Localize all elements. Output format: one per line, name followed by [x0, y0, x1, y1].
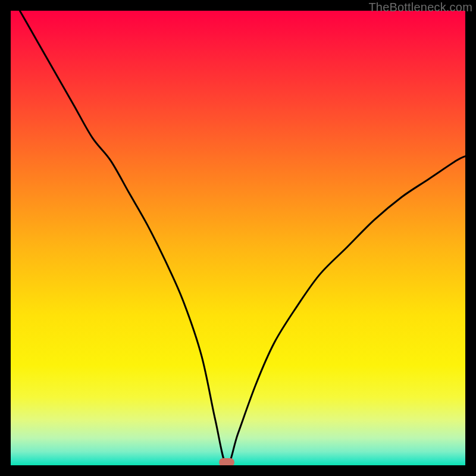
chart-frame: TheBottleneck.com	[0, 0, 476, 476]
watermark-text: TheBottleneck.com	[368, 1, 472, 14]
bottleneck-curve	[11, 11, 465, 465]
plot-area	[11, 11, 465, 465]
optimal-point-marker	[219, 458, 234, 465]
